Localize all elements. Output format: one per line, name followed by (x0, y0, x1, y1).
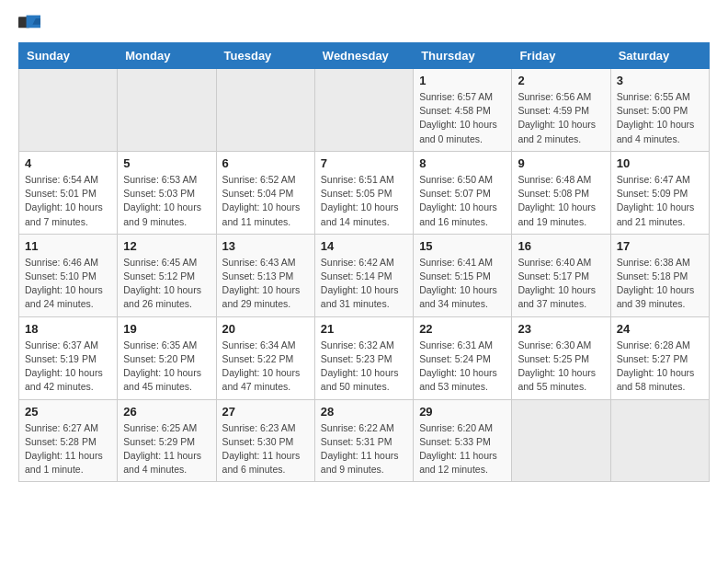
calendar-cell: 23Sunrise: 6:30 AMSunset: 5:25 PMDayligh… (512, 316, 610, 399)
day-info: Sunrise: 6:34 AMSunset: 5:22 PMDaylight:… (222, 339, 309, 395)
header-thursday: Thursday (414, 43, 512, 69)
day-info: Sunrise: 6:41 AMSunset: 5:15 PMDaylight:… (419, 256, 506, 312)
day-info: Sunrise: 6:23 AMSunset: 5:30 PMDaylight:… (222, 421, 309, 477)
calendar-cell: 16Sunrise: 6:40 AMSunset: 5:17 PMDayligh… (512, 234, 610, 316)
day-info: Sunrise: 6:40 AMSunset: 5:17 PMDaylight:… (518, 256, 604, 312)
day-info: Sunrise: 6:46 AMSunset: 5:10 PMDaylight:… (25, 256, 111, 312)
calendar-cell: 22Sunrise: 6:31 AMSunset: 5:24 PMDayligh… (414, 316, 512, 399)
day-number: 14 (321, 239, 407, 253)
day-number: 26 (123, 405, 210, 419)
day-number: 22 (419, 322, 506, 336)
calendar-cell: 1Sunrise: 6:57 AMSunset: 4:58 PMDaylight… (414, 69, 512, 152)
calendar-week-1: 1Sunrise: 6:57 AMSunset: 4:58 PMDaylight… (19, 69, 710, 152)
calendar-cell: 8Sunrise: 6:50 AMSunset: 5:07 PMDaylight… (414, 151, 512, 234)
day-info: Sunrise: 6:38 AMSunset: 5:18 PMDaylight:… (617, 256, 703, 312)
calendar-cell (610, 399, 709, 482)
day-number: 28 (321, 405, 407, 419)
day-info: Sunrise: 6:53 AMSunset: 5:03 PMDaylight:… (123, 173, 210, 229)
day-info: Sunrise: 6:51 AMSunset: 5:05 PMDaylight:… (321, 173, 407, 229)
header-monday: Monday (118, 43, 216, 69)
header-saturday: Saturday (610, 43, 709, 69)
calendar-cell: 5Sunrise: 6:53 AMSunset: 5:03 PMDaylight… (118, 151, 216, 234)
calendar-cell: 3Sunrise: 6:55 AMSunset: 5:00 PMDaylight… (610, 69, 709, 152)
calendar-week-2: 4Sunrise: 6:54 AMSunset: 5:01 PMDaylight… (19, 151, 710, 234)
calendar-cell (314, 69, 413, 152)
day-number: 11 (25, 239, 111, 253)
day-info: Sunrise: 6:45 AMSunset: 5:12 PMDaylight:… (123, 256, 210, 312)
calendar-cell: 4Sunrise: 6:54 AMSunset: 5:01 PMDaylight… (19, 151, 118, 234)
day-number: 10 (617, 156, 703, 170)
calendar-cell: 24Sunrise: 6:28 AMSunset: 5:27 PMDayligh… (610, 316, 709, 399)
day-info: Sunrise: 6:52 AMSunset: 5:04 PMDaylight:… (222, 173, 309, 229)
day-number: 2 (518, 74, 604, 87)
day-number: 16 (518, 239, 604, 253)
day-info: Sunrise: 6:48 AMSunset: 5:08 PMDaylight:… (518, 173, 604, 229)
header-friday: Friday (512, 43, 610, 69)
day-info: Sunrise: 6:28 AMSunset: 5:27 PMDaylight:… (617, 339, 703, 395)
calendar-cell: 29Sunrise: 6:20 AMSunset: 5:33 PMDayligh… (414, 399, 512, 482)
day-info: Sunrise: 6:47 AMSunset: 5:09 PMDaylight:… (617, 173, 703, 229)
day-number: 7 (321, 156, 407, 170)
calendar-cell: 14Sunrise: 6:42 AMSunset: 5:14 PMDayligh… (314, 234, 413, 316)
day-number: 5 (123, 156, 210, 170)
day-number: 29 (419, 405, 506, 419)
day-number: 6 (222, 156, 309, 170)
day-number: 23 (518, 322, 604, 336)
header-tuesday: Tuesday (216, 43, 314, 69)
day-info: Sunrise: 6:32 AMSunset: 5:23 PMDaylight:… (321, 339, 407, 395)
calendar-cell: 21Sunrise: 6:32 AMSunset: 5:23 PMDayligh… (314, 316, 413, 399)
header-sunday: Sunday (19, 43, 118, 69)
day-info: Sunrise: 6:55 AMSunset: 5:00 PMDaylight:… (617, 90, 703, 146)
calendar-cell: 2Sunrise: 6:56 AMSunset: 4:59 PMDaylight… (512, 69, 610, 152)
day-info: Sunrise: 6:42 AMSunset: 5:14 PMDaylight:… (321, 256, 407, 312)
calendar-cell: 18Sunrise: 6:37 AMSunset: 5:19 PMDayligh… (19, 316, 118, 399)
day-info: Sunrise: 6:43 AMSunset: 5:13 PMDaylight:… (222, 256, 309, 312)
day-number: 13 (222, 239, 309, 253)
day-number: 4 (25, 156, 111, 170)
calendar-header-row: SundayMondayTuesdayWednesdayThursdayFrid… (19, 43, 710, 69)
day-number: 3 (617, 74, 703, 87)
day-number: 25 (25, 405, 111, 419)
calendar-week-3: 11Sunrise: 6:46 AMSunset: 5:10 PMDayligh… (19, 234, 710, 316)
calendar-cell: 26Sunrise: 6:25 AMSunset: 5:29 PMDayligh… (118, 399, 216, 482)
logo (18, 15, 44, 33)
calendar-cell: 10Sunrise: 6:47 AMSunset: 5:09 PMDayligh… (610, 151, 709, 234)
day-info: Sunrise: 6:54 AMSunset: 5:01 PMDaylight:… (25, 173, 111, 229)
day-number: 21 (321, 322, 407, 336)
calendar-week-5: 25Sunrise: 6:27 AMSunset: 5:28 PMDayligh… (19, 399, 710, 482)
calendar-cell: 9Sunrise: 6:48 AMSunset: 5:08 PMDaylight… (512, 151, 610, 234)
day-info: Sunrise: 6:31 AMSunset: 5:24 PMDaylight:… (419, 339, 506, 395)
day-info: Sunrise: 6:30 AMSunset: 5:25 PMDaylight:… (518, 339, 604, 395)
calendar-table: SundayMondayTuesdayWednesdayThursdayFrid… (18, 42, 710, 482)
day-number: 1 (419, 74, 506, 87)
day-info: Sunrise: 6:50 AMSunset: 5:07 PMDaylight:… (419, 173, 506, 229)
calendar-cell: 12Sunrise: 6:45 AMSunset: 5:12 PMDayligh… (118, 234, 216, 316)
day-info: Sunrise: 6:56 AMSunset: 4:59 PMDaylight:… (518, 90, 604, 146)
page-header (18, 15, 710, 33)
day-info: Sunrise: 6:25 AMSunset: 5:29 PMDaylight:… (123, 421, 210, 477)
day-number: 27 (222, 405, 309, 419)
calendar-cell (118, 69, 216, 152)
calendar-cell: 7Sunrise: 6:51 AMSunset: 5:05 PMDaylight… (314, 151, 413, 234)
logo-icon (18, 15, 40, 33)
day-number: 8 (419, 156, 506, 170)
day-info: Sunrise: 6:27 AMSunset: 5:28 PMDaylight:… (25, 421, 111, 477)
day-number: 20 (222, 322, 309, 336)
day-info: Sunrise: 6:22 AMSunset: 5:31 PMDaylight:… (321, 421, 407, 477)
calendar-cell: 19Sunrise: 6:35 AMSunset: 5:20 PMDayligh… (118, 316, 216, 399)
day-info: Sunrise: 6:37 AMSunset: 5:19 PMDaylight:… (25, 339, 111, 395)
day-number: 12 (123, 239, 210, 253)
calendar-cell: 28Sunrise: 6:22 AMSunset: 5:31 PMDayligh… (314, 399, 413, 482)
calendar-cell: 6Sunrise: 6:52 AMSunset: 5:04 PMDaylight… (216, 151, 314, 234)
calendar-cell (216, 69, 314, 152)
calendar-cell: 20Sunrise: 6:34 AMSunset: 5:22 PMDayligh… (216, 316, 314, 399)
day-info: Sunrise: 6:57 AMSunset: 4:58 PMDaylight:… (419, 90, 506, 146)
calendar-cell: 27Sunrise: 6:23 AMSunset: 5:30 PMDayligh… (216, 399, 314, 482)
day-info: Sunrise: 6:20 AMSunset: 5:33 PMDaylight:… (419, 421, 506, 477)
day-number: 17 (617, 239, 703, 253)
calendar-cell: 25Sunrise: 6:27 AMSunset: 5:28 PMDayligh… (19, 399, 118, 482)
calendar-cell: 11Sunrise: 6:46 AMSunset: 5:10 PMDayligh… (19, 234, 118, 316)
calendar-cell: 15Sunrise: 6:41 AMSunset: 5:15 PMDayligh… (414, 234, 512, 316)
header-wednesday: Wednesday (314, 43, 413, 69)
day-number: 19 (123, 322, 210, 336)
